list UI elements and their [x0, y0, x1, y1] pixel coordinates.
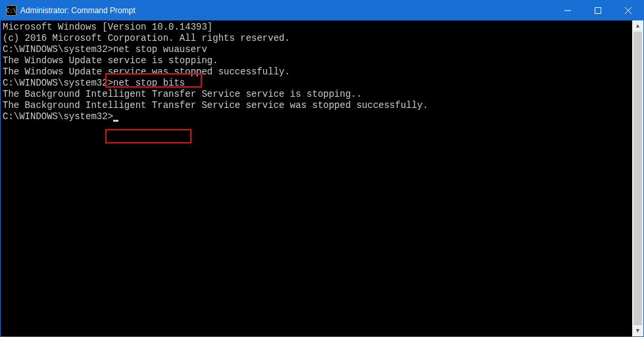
prompt: C:\WINDOWS\system32> [3, 78, 113, 88]
prompt: C:\WINDOWS\system32> [3, 44, 113, 55]
prompt: C:\WINDOWS\system32> [3, 111, 113, 122]
terminal-line: (c) 2016 Microsoft Corporation. All righ… [3, 33, 630, 44]
command-text: net stop bits [113, 78, 185, 88]
terminal-line: C:\WINDOWS\system32> [3, 111, 630, 122]
scroll-up-button[interactable]: ▲ [632, 20, 643, 32]
close-icon [625, 7, 632, 14]
chevron-down-icon: ▼ [636, 328, 639, 334]
scroll-track[interactable] [632, 32, 643, 325]
close-button[interactable] [613, 1, 643, 20]
terminal-content[interactable]: Microsoft Windows [Version 10.0.14393](c… [1, 20, 632, 336]
svg-rect-0 [595, 8, 601, 14]
app-icon-glyph: C:\ [7, 8, 16, 14]
maximize-button[interactable] [583, 1, 613, 20]
terminal-line: Microsoft Windows [Version 10.0.14393] [3, 22, 630, 33]
command-text: net stop wuauserv [113, 44, 207, 55]
vertical-scrollbar[interactable]: ▲ ▼ [632, 20, 643, 336]
terminal-line: The Windows Update service is stopping. [3, 55, 630, 66]
terminal-line: C:\WINDOWS\system32>net stop bits [3, 78, 630, 89]
minimize-icon [564, 7, 571, 14]
scroll-down-button[interactable]: ▼ [632, 325, 643, 336]
cursor [113, 120, 118, 122]
terminal-line: The Background Intelligent Transfer Serv… [3, 100, 630, 111]
terminal-line: The Background Intelligent Transfer Serv… [3, 89, 630, 100]
app-icon: C:\ [6, 5, 16, 16]
window-controls [553, 1, 643, 20]
terminal-line: C:\WINDOWS\system32>net stop wuauserv [3, 44, 630, 55]
chevron-up-icon: ▲ [636, 23, 639, 30]
window-title: Administrator: Command Prompt [20, 6, 136, 15]
titlebar[interactable]: C:\ Administrator: Command Prompt [1, 1, 643, 20]
minimize-button[interactable] [553, 1, 583, 20]
command-prompt-window: C:\ Administrator: Command Prompt Micros… [0, 0, 644, 337]
terminal-area: Microsoft Windows [Version 10.0.14393](c… [1, 20, 643, 336]
terminal-line: The Windows Update service was stopped s… [3, 66, 630, 78]
maximize-icon [595, 7, 601, 14]
scroll-thumb[interactable] [633, 32, 642, 325]
